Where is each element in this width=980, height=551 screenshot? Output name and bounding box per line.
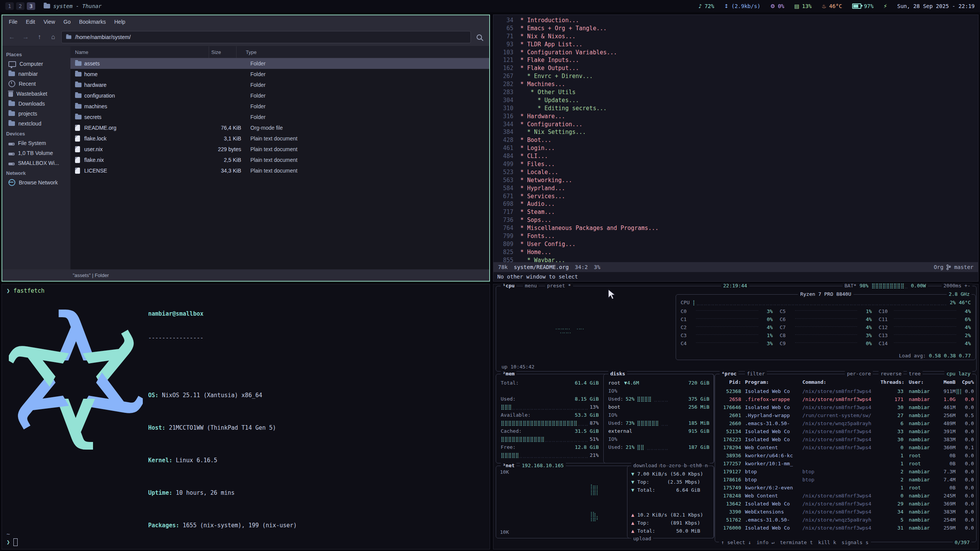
terminate-key[interactable]: terminate t	[780, 540, 813, 545]
git-branch: master	[954, 264, 973, 270]
file-row[interactable]: configuration Folder	[70, 90, 489, 101]
download-stat: ▼ Total: 6.64 GiB	[631, 486, 710, 494]
update-interval[interactable]: 2000ms +-	[942, 283, 972, 289]
memory-module[interactable]: ▤13%	[794, 3, 812, 9]
process-row[interactable]: 178248 Web Content /nix/store/sm8fnrf3wp…	[718, 492, 973, 500]
network-module[interactable]: ↕(2.9kb/s)	[724, 3, 761, 9]
clock-module[interactable]: Sun, 28 Sep 2025 - 22:19	[897, 3, 975, 9]
workspace-3[interactable]: 3	[27, 2, 35, 10]
sidebar-item-computer[interactable]: Computer	[2, 59, 70, 69]
forward-button[interactable]: →	[20, 31, 31, 43]
home-button[interactable]: ⌂	[47, 31, 59, 43]
menu-item[interactable]: Edit	[23, 17, 39, 26]
sort-mode[interactable]: cpu lazy	[944, 371, 972, 377]
process-row[interactable]: 176223 Isolated Web Co /nix/store/sm8fnr…	[718, 435, 973, 443]
org-heading-text: * Audio...	[520, 200, 555, 208]
preset-button[interactable]: preset *	[545, 283, 573, 289]
file-type: Folder	[241, 82, 489, 88]
file-name: flake.lock	[84, 135, 214, 142]
file-row[interactable]: hardware Folder	[70, 80, 489, 90]
column-name[interactable]: Name	[70, 46, 209, 58]
filter-button[interactable]: filter	[745, 371, 767, 377]
process-row[interactable]: 176646 Isolated Web Co /nix/store/sm8fnr…	[718, 403, 973, 411]
file-row[interactable]: README.org 76,4 KiB Org-mode file	[70, 122, 489, 133]
sidebar-item-projects[interactable]: projects	[2, 109, 70, 119]
file-row[interactable]: assets Folder	[70, 58, 489, 69]
upload-graph: ⢸⣷⡀ ⠸⠿⠃	[589, 511, 600, 523]
org-buffer[interactable]: 34 * Introduction... 65 * Emacs + Org + …	[493, 15, 978, 262]
org-heading-line: 698 * Audio...	[493, 200, 978, 208]
reverse-button[interactable]: reverse	[879, 371, 903, 377]
org-heading-text: * Boot...	[520, 136, 551, 144]
tree-button[interactable]: tree	[907, 371, 923, 377]
file-row[interactable]: LICENSE 34,3 KiB Plain text document	[70, 165, 489, 176]
process-row[interactable]: 13642 Isolated Web Co /nix/store/sm8fnrf…	[718, 500, 973, 508]
path-bar[interactable]: /home/nambiar/system/	[61, 31, 471, 43]
process-row[interactable]: 179127 btop btop 2 nambiar 7.3M 0.0	[718, 468, 973, 476]
org-heading-text: * Updates...	[520, 96, 579, 104]
menu-item[interactable]: Help	[111, 17, 129, 26]
process-row[interactable]: 2660 .emacs-31.0.50- /nix/store/wnqz5pa8…	[718, 419, 973, 427]
column-size[interactable]: Size	[209, 46, 237, 58]
sidebar-item-downloads[interactable]: Downloads	[2, 99, 70, 109]
up-button[interactable]: ↑	[34, 31, 45, 43]
emacs-window[interactable]: 34 * Introduction... 65 * Emacs + Org + …	[493, 15, 978, 282]
line-number: 71	[493, 33, 520, 41]
menu-item[interactable]: Go	[60, 17, 74, 26]
process-row[interactable]: 51762 .emacs-31.0.50- /nix/store/wnqz5pa…	[718, 516, 973, 524]
sidebar-item-browse-network[interactable]: Browse Network	[2, 178, 70, 187]
back-button[interactable]: ←	[6, 31, 18, 43]
cpu-module[interactable]: ⚙0%	[770, 3, 784, 9]
line-number: 584	[493, 184, 520, 192]
process-row[interactable]: 178616 btop btop 2 nambiar 7.4M 0.0	[718, 476, 973, 484]
process-row[interactable]: 178294 Web Content /nix/store/sm8fnrf3wp…	[718, 443, 973, 452]
sidebar-item-nextcloud[interactable]: nextcloud	[2, 119, 70, 129]
sidebar-item-wastebasket[interactable]: Wastebasket	[2, 89, 70, 99]
signals-key[interactable]: signals s	[841, 540, 868, 545]
per-core-button[interactable]: per-core	[845, 371, 873, 377]
volume-module[interactable]: ♪72%	[699, 3, 714, 9]
process-row[interactable]: 38936 kworker/u64:6-kc 1 root 0B 0.0	[718, 452, 973, 460]
disks-title: disks	[608, 371, 627, 377]
info-key[interactable]: info ↵	[756, 540, 774, 545]
emacs-modeline: 78k system/README.org 34:2 3% Org master	[493, 262, 978, 272]
process-row[interactable]: 176000 Isolated Web Co /nix/store/sm8fnr…	[718, 524, 973, 532]
sidebar-item-recent[interactable]: Recent	[2, 79, 70, 89]
workspace-2[interactable]: 2	[16, 2, 24, 10]
menu-item[interactable]: View	[40, 17, 59, 26]
sidebar-item-filesystem[interactable]: File System	[2, 138, 70, 148]
terminal-window[interactable]: ❯ fastfetch λ λ λ λ λ λ nambiar@smallbox…	[2, 284, 490, 549]
search-button[interactable]	[473, 31, 485, 43]
file-row[interactable]: home Folder	[70, 69, 489, 80]
process-row[interactable]: 52134 Isolated Web Co /nix/store/sm8fnrf…	[718, 427, 973, 435]
menu-button[interactable]: menu	[523, 283, 539, 289]
temperature-module[interactable]: ♨46°C	[822, 3, 842, 9]
process-row[interactable]: 2658 .firefox-wrappe /nix/store/sm8fnrf3…	[718, 395, 973, 403]
sidebar-item-volume[interactable]: 1,0 TB Volume	[2, 148, 70, 158]
workspace-1[interactable]: 1	[5, 2, 14, 10]
sidebar-item-home[interactable]: nambiar	[2, 69, 70, 79]
file-row[interactable]: flake.lock 3,1 KiB Plain text document	[70, 133, 489, 144]
power-module[interactable]: ⚡	[884, 3, 887, 9]
sidebar-item-smallbox[interactable]: SMALLBOX Wi...	[2, 158, 70, 168]
org-heading-text: * Hardware...	[520, 112, 565, 121]
file-row[interactable]: user.nix 229 bytes Plain text document	[70, 144, 489, 155]
file-row[interactable]: machines Folder	[70, 101, 489, 112]
process-row[interactable]: 177257 kworker/10:1-mm_ 1 root 0B 0.0	[718, 460, 973, 468]
kill-key[interactable]: kill k	[818, 540, 836, 545]
nixos-logo: λ λ λ λ λ λ	[9, 301, 143, 454]
core-row: C9 0%	[780, 339, 872, 347]
menu-item[interactable]: Bookmarks	[75, 17, 109, 26]
file-list-area: Name Size Type assets Folder	[70, 46, 489, 269]
process-row[interactable]: 52368 Isolated Web Co /nix/store/sm8fnrf…	[718, 387, 973, 395]
file-row[interactable]: flake.nix 2,5 KiB Plain text document	[70, 155, 489, 165]
select-keys[interactable]: ↑ select ↓	[721, 540, 751, 545]
battery-module[interactable]: 97%	[852, 3, 874, 9]
process-row[interactable]: 3390 WebExtensions /nix/store/sm8fnrf3wp…	[718, 508, 973, 516]
menu-item[interactable]: File	[5, 17, 21, 26]
column-type[interactable]: Type	[237, 49, 489, 55]
file-row[interactable]: secrets Folder	[70, 112, 489, 122]
process-row[interactable]: 175749 kworker/6:2-even 1 root 0B 0.0	[718, 484, 973, 492]
shell-prompt[interactable]: ❯	[7, 538, 18, 546]
process-row[interactable]: 2601 .Hyprland-wrapp /run/current-system…	[718, 411, 973, 419]
